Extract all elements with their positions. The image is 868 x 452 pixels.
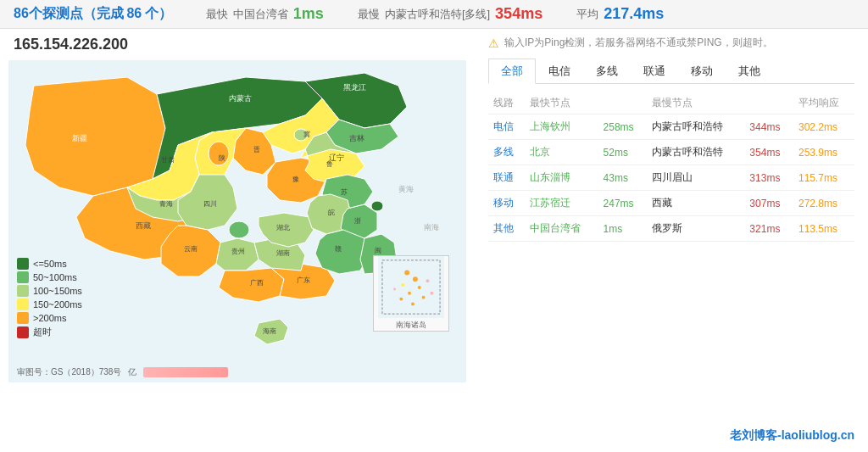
cell-slow-ms: 354ms: [744, 140, 793, 165]
svg-point-42: [413, 276, 418, 282]
svg-point-2: [229, 221, 249, 238]
cell-slow-node: 四川眉山: [647, 165, 744, 191]
col-avg: 平均响应: [793, 92, 854, 114]
cell-avg: 272.8ms: [793, 191, 854, 216]
slowest-stat: 最慢 内蒙古呼和浩特[多线] 354ms: [358, 5, 542, 23]
table-row: 联通 山东淄博 43ms 四川眉山 313ms 115.7ms: [488, 165, 854, 191]
tab-多线[interactable]: 多线: [583, 59, 631, 83]
cell-line[interactable]: 多线: [488, 140, 525, 165]
svg-text:青海: 青海: [159, 200, 173, 208]
cell-slow-ms: 313ms: [744, 165, 793, 191]
svg-point-49: [426, 279, 430, 282]
avg-value: 217.4ms: [604, 5, 664, 23]
slowest-value: 354ms: [495, 5, 542, 23]
slowest-location: 内蒙古呼和浩特[多线]: [385, 7, 490, 22]
top-bar: 86个探测点（完成 86 个） 最快 中国台湾省 1ms 最慢 内蒙古呼和浩特[…: [0, 0, 868, 29]
svg-text:云南: 云南: [184, 245, 198, 253]
svg-text:赣: 赣: [335, 245, 342, 253]
svg-point-43: [401, 283, 404, 287]
svg-text:晋: 晋: [253, 146, 260, 153]
cell-fast-node: 北京: [525, 140, 598, 165]
cell-fast-node: 上海钦州: [525, 114, 598, 140]
svg-point-45: [408, 292, 411, 295]
col-slow-ms: [744, 92, 793, 114]
svg-text:黑龙江: 黑龙江: [343, 83, 366, 92]
cell-slow-node: 内蒙古呼和浩特: [647, 140, 744, 165]
cell-line[interactable]: 其他: [488, 216, 525, 242]
tab-bar: 全部电信多线联通移动其他: [488, 59, 854, 84]
svg-point-46: [422, 296, 426, 299]
avg-stat: 平均 217.4ms: [576, 5, 664, 23]
hint-text: ⚠ 输入IP为Ping检测，若服务器网络不通或禁PING，则超时。: [488, 36, 854, 50]
slowest-label: 最慢: [358, 7, 380, 22]
svg-text:内蒙古: 内蒙古: [229, 94, 252, 103]
table-row: 移动 江苏宿迁 247ms 西藏 307ms 272.8ms: [488, 191, 854, 216]
svg-point-50: [430, 292, 433, 295]
svg-point-3: [371, 201, 383, 211]
cell-fast-ms: 1ms: [598, 216, 648, 242]
table-row: 电信 上海钦州 258ms 内蒙古呼和浩特 344ms 302.2ms: [488, 114, 854, 140]
svg-text:甘肃: 甘肃: [161, 156, 175, 164]
tab-移动[interactable]: 移动: [678, 59, 726, 83]
tab-其他[interactable]: 其他: [726, 59, 773, 83]
cell-avg: 113.5ms: [793, 216, 854, 242]
fastest-label: 最快: [206, 7, 228, 22]
legend-50ms: <=50ms: [33, 259, 67, 269]
svg-text:陕: 陕: [219, 154, 225, 162]
col-fast-ms: [598, 92, 648, 114]
cell-slow-node: 西藏: [647, 191, 744, 216]
svg-text:鲁: 鲁: [326, 160, 333, 168]
svg-text:浙: 浙: [354, 217, 361, 225]
svg-text:吉林: 吉林: [349, 134, 364, 142]
results-table: 线路 最快节点 最慢节点 平均响应 电信 上海钦州 258ms 内蒙古呼和浩特 …: [488, 92, 854, 242]
svg-point-51: [393, 287, 396, 290]
cell-slow-ms: 307ms: [744, 191, 793, 216]
svg-rect-39: [378, 256, 444, 318]
cell-fast-ms: 258ms: [598, 114, 648, 140]
svg-point-47: [399, 298, 403, 301]
legend-timeout: 超时: [33, 326, 52, 338]
fastest-value: 1ms: [293, 5, 324, 23]
table-row: 其他 中国台湾省 1ms 俄罗斯 321ms 113.5ms: [488, 216, 854, 242]
svg-text:四川: 四川: [203, 200, 217, 208]
cell-fast-ms: 52ms: [598, 140, 648, 165]
svg-text:皖: 皖: [328, 209, 335, 216]
svg-text:新疆: 新疆: [72, 134, 87, 142]
footer-brand: 老刘博客-laoliublog.cn: [730, 428, 854, 444]
svg-text:黄海: 黄海: [398, 185, 414, 193]
cell-line[interactable]: 移动: [488, 191, 525, 216]
cell-slow-ms: 344ms: [744, 114, 793, 140]
svg-point-44: [418, 286, 421, 289]
tab-全部[interactable]: 全部: [488, 59, 536, 84]
svg-text:西藏: 西藏: [136, 221, 151, 230]
ip-title: 165.154.226.200: [0, 29, 475, 60]
tab-联通[interactable]: 联通: [631, 59, 678, 83]
cell-line[interactable]: 联通: [488, 165, 525, 191]
col-line: 线路: [488, 92, 525, 114]
warning-icon: ⚠: [488, 36, 499, 50]
table-row: 多线 北京 52ms 内蒙古呼和浩特 354ms 253.9ms: [488, 140, 854, 165]
svg-point-41: [404, 271, 409, 276]
cell-line[interactable]: 电信: [488, 114, 525, 140]
svg-text:南海: 南海: [424, 223, 439, 232]
cell-fast-ms: 43ms: [598, 165, 648, 191]
legend-100ms: 50~100ms: [33, 272, 77, 282]
svg-text:贵州: 贵州: [231, 248, 245, 255]
svg-text:海南: 海南: [263, 327, 276, 335]
svg-text:广东: 广东: [297, 276, 310, 284]
avg-label: 平均: [576, 7, 598, 22]
legend-150ms: 100~150ms: [33, 286, 82, 296]
cell-slow-node: 俄罗斯: [647, 216, 744, 242]
svg-text:湖北: 湖北: [276, 224, 290, 232]
map-legend: <=50ms 50~100ms 100~150ms 150~200ms >200…: [17, 258, 82, 340]
svg-text:豫: 豫: [292, 176, 299, 183]
cell-slow-ms: 321ms: [744, 216, 793, 242]
cell-avg: 302.2ms: [793, 114, 854, 140]
tab-电信[interactable]: 电信: [536, 59, 583, 83]
china-map: 南海 黄海 东海 新疆 西藏 内蒙古 黑龙江 吉林 辽宁 冀 晋 陕 甘肃 青海: [8, 60, 466, 382]
col-fast-node: 最快节点: [525, 92, 598, 114]
svg-text:闽: 闽: [375, 247, 381, 254]
cell-slow-node: 内蒙古呼和浩特: [647, 114, 744, 140]
legend-200ms: 150~200ms: [33, 299, 82, 310]
probe-count: 86个探测点（完成 86 个）: [14, 5, 172, 23]
